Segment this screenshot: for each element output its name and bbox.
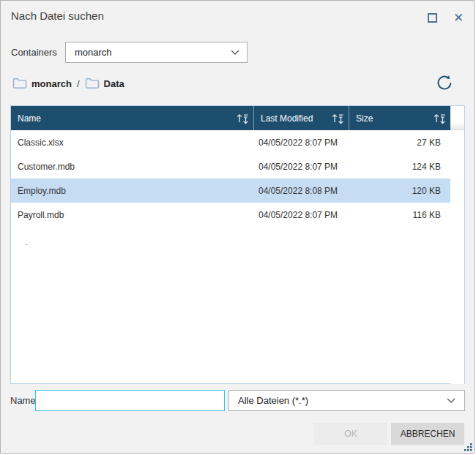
scrollbar-header-spacer [450,106,464,130]
breadcrumb-item-monarch[interactable]: monarch [12,78,72,89]
search-file-dialog: Nach Datei suchen ✕ Containers monarch m… [0,0,475,454]
stray-dot: . [26,238,28,247]
folder-icon [85,78,100,89]
cell-name: Employ.mdb [11,186,253,196]
containers-dropdown-value: monarch [75,47,231,58]
maximize-icon [428,13,437,23]
refresh-button[interactable] [433,71,456,94]
table-row[interactable]: Classic.xlsx04/05/2022 8:07 PM27 KB [11,130,464,154]
column-header-label: Name [18,113,236,124]
cell-name: Payroll.mdb [11,210,253,220]
breadcrumb: monarch / Data [12,74,124,93]
filename-input[interactable] [35,390,225,411]
close-button[interactable]: ✕ [447,8,469,27]
refresh-icon [435,73,454,92]
filetype-dropdown-value: Alle Dateien (*.*) [238,395,447,406]
table-header: Name Last Modified [11,106,464,130]
title-bar: Nach Datei suchen ✕ [1,1,474,34]
table-row[interactable]: Payroll.mdb04/05/2022 8:07 PM116 KB [11,203,464,227]
cell-size: 124 KB [349,162,451,172]
containers-label: Containers [11,47,57,58]
breadcrumb-item-data[interactable]: Data [85,78,124,89]
column-header-label: Size [356,113,433,124]
containers-dropdown[interactable]: monarch [65,42,248,63]
cell-size: 27 KB [349,138,451,148]
filetype-dropdown[interactable]: Alle Dateien (*.*) [228,390,465,411]
close-icon: ✕ [453,12,464,24]
cell-size: 116 KB [349,210,451,220]
file-table: Name Last Modified [10,105,465,384]
scrollbar-track[interactable] [450,130,464,384]
column-header-size[interactable]: Size [349,106,450,130]
sort-icon [433,112,446,125]
breadcrumb-separator: / [77,78,80,89]
cancel-button[interactable]: ABBRECHEN [391,423,464,445]
maximize-button[interactable] [421,8,443,27]
dialog-title: Nach Datei suchen [11,10,104,22]
folder-icon [12,78,27,89]
chevron-down-icon [447,398,455,403]
table-row[interactable]: Customer.mdb04/05/2022 8:07 PM124 KB [11,154,464,178]
chevron-down-icon [231,50,239,55]
cell-modified: 04/05/2022 8:08 PM [253,186,349,196]
cell-modified: 04/05/2022 8:07 PM [253,162,349,172]
sort-icon [331,112,344,125]
cell-modified: 04/05/2022 8:07 PM [253,210,349,220]
ok-button[interactable]: OK [314,423,387,445]
cell-name: Customer.mdb [11,162,253,172]
breadcrumb-label: Data [104,78,124,89]
sort-icon [236,112,249,125]
column-header-last-modified[interactable]: Last Modified [253,106,349,130]
cell-name: Classic.xlsx [11,138,253,148]
breadcrumb-label: monarch [31,78,72,89]
filename-label: Name [10,395,36,406]
cell-size: 120 KB [349,186,451,196]
column-header-label: Last Modified [261,113,331,124]
file-table-body: Classic.xlsx04/05/2022 8:07 PM27 KBCusto… [11,130,464,227]
resize-grip-icon[interactable] [463,442,473,452]
cell-modified: 04/05/2022 8:07 PM [253,138,349,148]
table-row[interactable]: Employ.mdb04/05/2022 8:08 PM120 KB [11,178,464,203]
column-header-name[interactable]: Name [11,106,253,130]
